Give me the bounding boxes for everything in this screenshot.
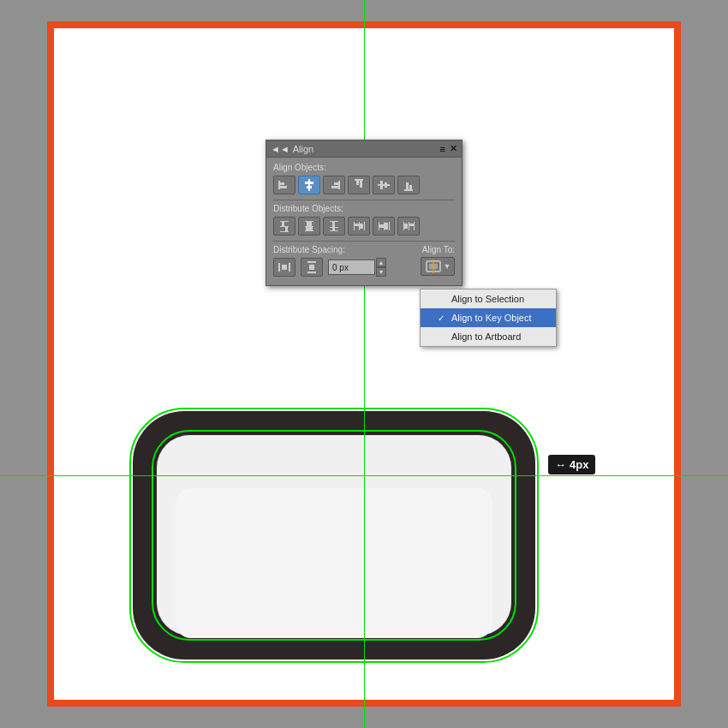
svg-rect-23: [305, 221, 313, 222]
dist-bottom-button[interactable]: [323, 217, 345, 236]
svg-rect-18: [280, 221, 289, 222]
align-to-label: Align To:: [422, 245, 455, 254]
svg-rect-19: [280, 226, 289, 227]
crosshair-vertical: [364, 0, 365, 728]
svg-rect-38: [379, 222, 379, 230]
svg-rect-33: [354, 222, 355, 230]
svg-rect-11: [360, 181, 362, 188]
align-to-key-object-label: Align to Key Object: [451, 313, 532, 323]
svg-rect-14: [385, 182, 387, 188]
svg-rect-49: [289, 263, 290, 272]
illustration: [133, 411, 535, 659]
divider-2: [273, 241, 455, 242]
svg-rect-35: [364, 222, 365, 230]
svg-rect-43: [403, 222, 404, 230]
dist-space-v-button[interactable]: [301, 258, 323, 277]
svg-rect-52: [307, 272, 316, 273]
svg-rect-1: [280, 182, 284, 185]
dist-left-button[interactable]: [348, 217, 370, 236]
svg-rect-26: [307, 222, 312, 226]
check-key-object: ✓: [438, 313, 448, 323]
canvas-area: ↔ 4px ◄◄ Align ≡ ✕ Align Objects:: [0, 0, 728, 728]
dist-center-v-button[interactable]: [298, 217, 320, 236]
svg-rect-8: [331, 186, 338, 188]
align-bottom-button[interactable]: [397, 176, 420, 194]
svg-rect-47: [409, 224, 414, 226]
panel-title: ◄◄ Align: [271, 144, 313, 154]
align-to-selection-item[interactable]: Align to Selection: [421, 289, 556, 308]
spacing-spinner[interactable]: ▲ ▼: [376, 258, 386, 277]
align-to-dropdown: Align to Selection ✓ Align to Key Object…: [420, 289, 557, 347]
align-left-button[interactable]: [273, 176, 295, 194]
divider-1: [273, 200, 455, 200]
dimension-tooltip: ↔ 4px: [548, 455, 595, 474]
align-right-button[interactable]: [323, 176, 345, 194]
svg-rect-41: [379, 224, 384, 228]
spin-up[interactable]: ▲: [376, 258, 386, 267]
selection-border-inner: [152, 430, 516, 641]
svg-rect-17: [409, 185, 412, 189]
bottom-row: Distribute Spacing: ▲ ▼: [273, 245, 455, 280]
svg-rect-22: [285, 227, 288, 231]
svg-rect-28: [330, 221, 338, 222]
align-objects-label: Align Objects:: [273, 163, 455, 172]
svg-rect-4: [305, 182, 313, 184]
distribute-objects-row: [273, 217, 455, 236]
svg-rect-16: [406, 182, 409, 189]
svg-rect-5: [307, 186, 312, 188]
svg-rect-0: [278, 181, 280, 189]
tooltip-arrow: ↔: [555, 458, 566, 471]
tooltip-value: 4px: [570, 458, 588, 471]
svg-rect-21: [282, 222, 284, 226]
distribute-spacing-section: Distribute Spacing: ▲ ▼: [273, 245, 386, 280]
svg-rect-12: [378, 184, 390, 186]
align-to-button[interactable]: ▼: [421, 257, 455, 276]
align-panel: ◄◄ Align ≡ ✕ Align Objects:: [266, 140, 462, 286]
panel-body: Align Objects:: [266, 158, 462, 285]
svg-rect-45: [414, 222, 415, 230]
svg-rect-2: [280, 186, 287, 188]
panel-collapse-icon[interactable]: ◄◄: [271, 144, 289, 154]
distribute-spacing-row: ▲ ▼: [273, 258, 386, 277]
svg-rect-37: [360, 224, 363, 229]
svg-rect-39: [384, 222, 385, 230]
svg-rect-32: [332, 228, 335, 230]
svg-rect-40: [389, 222, 390, 230]
spin-down[interactable]: ▼: [376, 267, 386, 277]
svg-rect-9: [355, 179, 363, 181]
svg-rect-30: [330, 230, 338, 231]
align-to-key-object-item[interactable]: ✓ Align to Key Object: [421, 308, 556, 327]
svg-rect-34: [359, 222, 360, 230]
align-to-artboard-item[interactable]: Align to Artboard: [421, 327, 556, 346]
align-top-button[interactable]: [348, 176, 370, 194]
dist-center-h-button[interactable]: [373, 217, 395, 236]
svg-rect-13: [380, 181, 383, 189]
check-selection: [438, 295, 448, 304]
svg-rect-3: [308, 179, 310, 191]
align-objects-row: [273, 176, 455, 194]
dist-top-button[interactable]: [273, 217, 295, 236]
svg-rect-15: [404, 189, 413, 191]
svg-rect-53: [309, 265, 314, 270]
dist-space-h-button[interactable]: [273, 258, 295, 277]
svg-rect-51: [307, 261, 316, 263]
svg-rect-20: [280, 231, 289, 232]
spacing-input[interactable]: [328, 260, 375, 275]
panel-close-icon[interactable]: ✕: [450, 143, 457, 154]
align-center-v-button[interactable]: [373, 176, 395, 194]
panel-controls: ≡ ✕: [440, 143, 457, 154]
svg-rect-42: [385, 223, 388, 230]
svg-rect-7: [334, 182, 338, 185]
svg-rect-48: [278, 263, 280, 272]
svg-rect-27: [306, 227, 313, 230]
distribute-spacing-label: Distribute Spacing:: [273, 245, 386, 254]
svg-rect-6: [338, 181, 340, 189]
svg-rect-50: [282, 265, 287, 270]
panel-titlebar: ◄◄ Align ≡ ✕: [266, 140, 462, 158]
panel-menu-icon[interactable]: ≡: [440, 144, 445, 154]
panel-title-label: Align: [293, 144, 313, 154]
svg-rect-24: [305, 226, 313, 227]
dist-right-button[interactable]: [397, 217, 420, 236]
align-to-artboard-label: Align to Artboard: [451, 331, 521, 342]
align-center-h-button[interactable]: [298, 176, 320, 194]
